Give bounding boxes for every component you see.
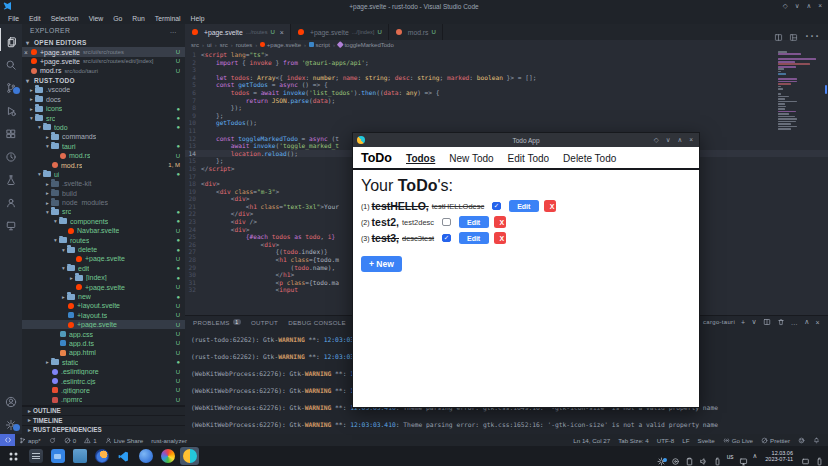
section-rust-dependencies[interactable]: ▸RUST DEPENDENCIES — [22, 425, 185, 435]
todo-checkbox[interactable]: ✓ — [442, 234, 451, 243]
section-outline[interactable]: ▸OUTLINE — [22, 406, 185, 416]
system-monitor-icon[interactable] — [657, 452, 666, 461]
activity-source-control[interactable] — [0, 74, 22, 97]
tree-folder-[index][interactable]: ▸[index]● — [22, 273, 185, 282]
tree-folder-src[interactable]: ▾src● — [22, 113, 185, 122]
breadcrumb-item[interactable]: routes — [236, 42, 253, 48]
status-item-tab-size-4[interactable]: Tab Size: 4 — [614, 437, 653, 444]
panel-tab-problems[interactable]: PROBLEMS1 — [193, 316, 241, 328]
tree-file-.eslintignore[interactable]: .eslintignoreU — [22, 367, 185, 376]
window-maximize-button[interactable]: ∧ — [806, 0, 811, 12]
open-editor-item[interactable]: mod.rssrc/todo/tauriU — [22, 66, 185, 75]
open-editors-header[interactable]: ▾ OPEN EDITORS — [22, 38, 185, 48]
activity-extensions[interactable] — [0, 120, 22, 143]
status-item-1[interactable]: 1 — [80, 434, 100, 446]
taskbar-color-wheel[interactable] — [158, 447, 177, 465]
breadcrumb-item[interactable]: script — [309, 42, 330, 48]
tree-file-+page.svelte[interactable]: +page.svelteU — [22, 282, 185, 291]
edit-button[interactable]: Edit — [459, 216, 489, 228]
remote-indicator[interactable] — [0, 434, 15, 446]
tab-+page.svelte[interactable]: +page.svelte.../routesU× — [185, 24, 291, 40]
taskbar-software-store[interactable] — [48, 447, 67, 465]
explorer-more-icon[interactable]: … — [170, 27, 177, 34]
todo-checkbox[interactable] — [442, 218, 451, 227]
volume-icon[interactable] — [699, 452, 708, 461]
breadcrumb-item[interactable]: +page.svelte — [260, 42, 301, 48]
section-timeline[interactable]: ▸TIMELINE — [22, 415, 185, 425]
edit-button[interactable]: Edit — [509, 200, 539, 212]
breadcrumb[interactable]: src›ui›src›routes›+page.svelte›script›to… — [185, 40, 828, 49]
status-item-lf[interactable]: LF — [678, 437, 693, 444]
status-item-rust-analyzer[interactable]: rust-analyzer — [147, 434, 191, 446]
activity-explorer[interactable] — [0, 28, 22, 51]
tree-folder-.svelte-kit[interactable]: ▸.svelte-kit — [22, 179, 185, 188]
clipboard-icon[interactable] — [685, 452, 694, 461]
todo-nav-edit-todo[interactable]: Edit Todo — [508, 153, 550, 164]
activity-testing[interactable] — [0, 166, 22, 189]
menu-help[interactable]: Help — [185, 15, 209, 22]
close-icon[interactable]: × — [22, 49, 30, 56]
split-editor-icon[interactable] — [774, 28, 783, 37]
tree-folder-delete[interactable]: ▾delete● — [22, 245, 185, 254]
tree-folder-new[interactable]: ▸new● — [22, 292, 185, 301]
activity-settings[interactable] — [0, 411, 22, 434]
taskbar-app-launcher[interactable] — [4, 447, 23, 465]
tree-folder-.vscode[interactable]: ▸.vscode — [22, 85, 185, 94]
scrollbar-indicator[interactable] — [825, 85, 828, 94]
status-item-smiley[interactable] — [794, 437, 809, 444]
menu-run[interactable]: Run — [127, 15, 149, 22]
workspaces-icon[interactable] — [801, 452, 810, 461]
menu-edit[interactable]: Edit — [24, 15, 46, 22]
window-minimize-button[interactable]: ∨ — [795, 0, 800, 12]
tree-file-app.html[interactable]: app.htmlU — [22, 348, 185, 357]
taskbar-settings-sliders[interactable] — [26, 447, 45, 465]
status-item-utf-8[interactable]: UTF-8 — [653, 437, 679, 444]
delete-button[interactable]: X — [544, 200, 556, 212]
menu-view[interactable]: View — [84, 15, 109, 22]
activity-remote-explorer[interactable] — [0, 212, 22, 235]
tree-folder-icons[interactable]: ▸icons● — [22, 104, 185, 113]
screen-record-icon[interactable] — [671, 452, 680, 461]
menu-selection[interactable]: Selection — [46, 15, 84, 22]
menu-file[interactable]: File — [3, 15, 24, 22]
open-editor-item[interactable]: ×+page.sveltesrc/ui/src/routesU — [22, 47, 185, 56]
status-item-bell[interactable] — [809, 437, 824, 444]
todo-nav-delete-todo[interactable]: Delete Todo — [563, 153, 616, 164]
keyboard-layout[interactable]: us — [727, 453, 734, 460]
close-panel-icon[interactable]: × — [816, 319, 820, 326]
project-header[interactable]: ▾ RUST-TODO — [22, 76, 185, 86]
taskbar-web-browser[interactable] — [136, 447, 155, 465]
tree-folder-edit[interactable]: ▾edit● — [22, 264, 185, 273]
tree-file-+layout.ts[interactable]: +layout.tsU — [22, 311, 185, 320]
tree-folder-components[interactable]: ▾components● — [22, 217, 185, 226]
tree-file-app.css[interactable]: app.cssU — [22, 329, 185, 338]
breadcrumb-item[interactable]: ui — [207, 42, 212, 48]
tree-folder-todo[interactable]: ▾todo● — [22, 123, 185, 132]
tree-file-Navbar.svelte[interactable]: Navbar.svelteU — [22, 226, 185, 235]
status-item-ln-14-col-27[interactable]: Ln 14, Col 27 — [569, 437, 614, 444]
editor-layout-icon[interactable] — [789, 28, 798, 37]
tree-file-+layout.svelte[interactable]: +layout.svelteU — [22, 301, 185, 310]
window-restore-button[interactable]: ◇ — [783, 0, 788, 12]
tree-file-app.d.ts[interactable]: app.d.tsU — [22, 339, 185, 348]
tree-folder-src[interactable]: ▾src● — [22, 207, 185, 216]
terminal-dropdown-icon[interactable]: ∨ — [751, 318, 756, 326]
tab-+page.svelte[interactable]: +page.svelte.../[index]U — [291, 24, 389, 40]
panel-tab-output[interactable]: OUTPUT — [251, 316, 278, 328]
tree-folder-docs[interactable]: ▸docs — [22, 95, 185, 104]
taskbar-file-manager[interactable] — [70, 447, 89, 465]
kill-terminal-icon[interactable] — [777, 318, 785, 326]
tree-file-+page.svelte[interactable]: +page.svelteU — [22, 254, 185, 263]
tree-file-.npmrc[interactable]: .npmrcU — [22, 395, 185, 404]
tab-mod.rs[interactable]: mod.rsU — [389, 24, 443, 40]
split-terminal-icon[interactable] — [763, 318, 771, 326]
tree-folder-node_modules[interactable]: ▸node_modules — [22, 198, 185, 207]
more-actions-icon[interactable]: … — [804, 23, 820, 41]
status-item-sync[interactable] — [45, 434, 60, 446]
taskbar-firefox[interactable] — [92, 447, 111, 465]
minimap[interactable] — [778, 51, 818, 131]
status-item-prettier[interactable]: Prettier — [757, 437, 794, 444]
status-item-0[interactable]: 0 — [60, 434, 80, 446]
tree-file-mod.rs[interactable]: mod.rsU — [22, 151, 185, 160]
status-item-go-live[interactable]: Go Live — [719, 437, 757, 444]
